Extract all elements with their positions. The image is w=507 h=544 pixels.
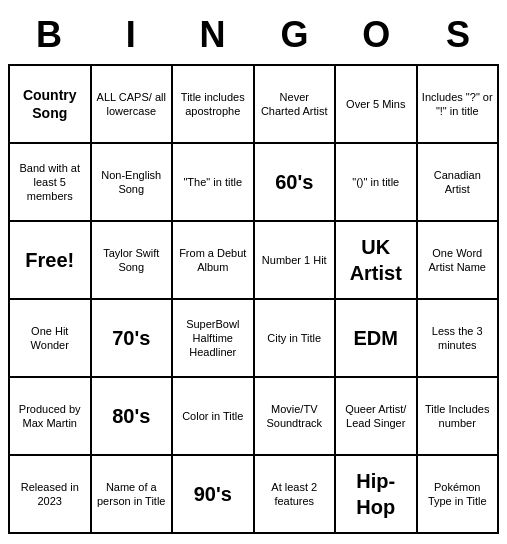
bingo-header: BINGOS xyxy=(8,10,499,60)
header-letter-b: B xyxy=(8,10,90,60)
bingo-cell-18[interactable]: One Hit Wonder xyxy=(10,300,92,378)
bingo-cell-15[interactable]: Number 1 Hit xyxy=(255,222,337,300)
bingo-cell-4[interactable]: Over 5 Mins xyxy=(336,66,418,144)
bingo-cell-26[interactable]: Color in Title xyxy=(173,378,255,456)
bingo-cell-1[interactable]: ALL CAPS/ all lowercase xyxy=(92,66,174,144)
header-letter-n: N xyxy=(172,10,254,60)
bingo-cell-13[interactable]: Taylor Swift Song xyxy=(92,222,174,300)
bingo-cell-10[interactable]: "()" in title xyxy=(336,144,418,222)
bingo-cell-7[interactable]: Non-English Song xyxy=(92,144,174,222)
bingo-cell-29[interactable]: Title Includes number xyxy=(418,378,500,456)
bingo-cell-22[interactable]: EDM xyxy=(336,300,418,378)
bingo-cell-33[interactable]: At least 2 features xyxy=(255,456,337,534)
bingo-cell-5[interactable]: Includes "?" or "!" in title xyxy=(418,66,500,144)
header-letter-s: S xyxy=(417,10,499,60)
bingo-cell-0[interactable]: Country Song xyxy=(10,66,92,144)
bingo-cell-3[interactable]: Never Charted Artist xyxy=(255,66,337,144)
header-letter-i: I xyxy=(90,10,172,60)
bingo-cell-30[interactable]: Released in 2023 xyxy=(10,456,92,534)
bingo-cell-31[interactable]: Name of a person in Title xyxy=(92,456,174,534)
bingo-cell-28[interactable]: Queer Artist/ Lead Singer xyxy=(336,378,418,456)
bingo-cell-21[interactable]: City in Title xyxy=(255,300,337,378)
bingo-cell-25[interactable]: 80's xyxy=(92,378,174,456)
bingo-card: BINGOS Country SongALL CAPS/ all lowerca… xyxy=(0,2,507,542)
bingo-cell-12[interactable]: Free! xyxy=(10,222,92,300)
bingo-cell-17[interactable]: One Word Artist Name xyxy=(418,222,500,300)
bingo-cell-20[interactable]: SuperBowl Halftime Headliner xyxy=(173,300,255,378)
bingo-cell-24[interactable]: Produced by Max Martin xyxy=(10,378,92,456)
header-letter-o: O xyxy=(335,10,417,60)
bingo-cell-32[interactable]: 90's xyxy=(173,456,255,534)
bingo-cell-2[interactable]: Title includes apostrophe xyxy=(173,66,255,144)
header-letter-g: G xyxy=(254,10,336,60)
bingo-cell-34[interactable]: Hip-Hop xyxy=(336,456,418,534)
bingo-cell-9[interactable]: 60's xyxy=(255,144,337,222)
bingo-cell-8[interactable]: "The" in title xyxy=(173,144,255,222)
bingo-cell-14[interactable]: From a Debut Album xyxy=(173,222,255,300)
bingo-cell-6[interactable]: Band with at least 5 members xyxy=(10,144,92,222)
bingo-cell-16[interactable]: UK Artist xyxy=(336,222,418,300)
bingo-grid: Country SongALL CAPS/ all lowercaseTitle… xyxy=(8,64,499,534)
bingo-cell-35[interactable]: Pokémon Type in Title xyxy=(418,456,500,534)
bingo-cell-19[interactable]: 70's xyxy=(92,300,174,378)
bingo-cell-27[interactable]: Movie/TV Soundtrack xyxy=(255,378,337,456)
bingo-cell-11[interactable]: Canadian Artist xyxy=(418,144,500,222)
bingo-cell-23[interactable]: Less the 3 minutes xyxy=(418,300,500,378)
